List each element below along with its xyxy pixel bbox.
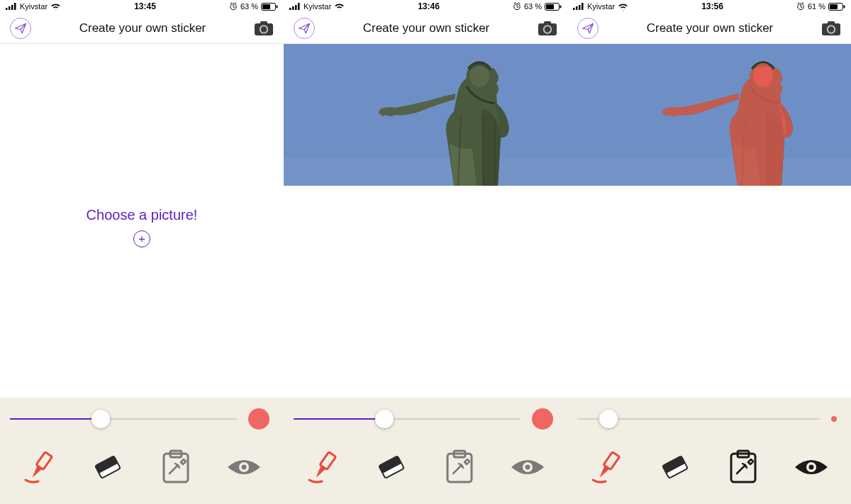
phone-screen: Kyivstar13:4563 %Create your own sticker…: [0, 0, 284, 504]
alarm-icon: [796, 2, 805, 11]
wifi-icon: [334, 3, 345, 11]
svg-point-19: [242, 465, 247, 470]
choose-picture-label: Choose a picture!: [0, 207, 284, 223]
carrier-label: Kyivstar: [304, 2, 331, 11]
clear-clipboard-button[interactable]: [722, 446, 764, 488]
svg-rect-3: [14, 3, 16, 10]
page-title: Create your own sticker: [647, 21, 774, 35]
marker-tool-button[interactable]: [18, 446, 61, 488]
add-picture-button[interactable]: ＋: [133, 230, 150, 247]
svg-rect-7: [277, 5, 278, 8]
battery-label: 63 %: [240, 2, 258, 11]
clock-label: 13:45: [134, 1, 156, 11]
loaded-image[interactable]: [567, 44, 851, 186]
preview-eye-button[interactable]: [790, 446, 833, 488]
svg-rect-32: [284, 157, 567, 186]
bottom-toolbar: [284, 398, 567, 504]
brush-size-slider[interactable]: [577, 410, 820, 428]
alarm-icon: [513, 2, 521, 11]
carrier-label: Kyivstar: [20, 2, 48, 11]
battery-icon: [828, 3, 845, 11]
svg-rect-29: [544, 21, 551, 25]
brush-size-slider[interactable]: [294, 410, 521, 428]
canvas-area[interactable]: [567, 44, 851, 398]
brush-preview-dot: [248, 408, 269, 430]
loaded-image[interactable]: [284, 44, 567, 186]
phone-screen: Kyivstar13:4663 %Create your own sticker: [284, 0, 567, 504]
camera-button[interactable]: [254, 21, 274, 36]
alarm-icon: [229, 2, 238, 11]
svg-rect-9: [260, 21, 267, 25]
svg-rect-20: [289, 8, 291, 10]
brush-size-slider[interactable]: [10, 410, 237, 428]
page-title: Create your own sticker: [79, 21, 206, 35]
battery-icon: [545, 3, 562, 11]
clear-clipboard-button[interactable]: [155, 446, 197, 488]
svg-rect-1: [9, 6, 11, 10]
bottom-toolbar: [567, 398, 851, 504]
wifi-icon: [618, 3, 628, 11]
svg-point-57: [753, 63, 773, 87]
eraser-tool-button[interactable]: [87, 446, 129, 488]
signal-icon: [573, 3, 584, 10]
svg-rect-23: [298, 3, 300, 10]
svg-rect-6: [262, 4, 270, 9]
svg-rect-2: [11, 5, 13, 10]
send-button[interactable]: [294, 18, 315, 39]
clear-clipboard-button[interactable]: [438, 446, 481, 488]
canvas-area[interactable]: Choose a picture!＋: [0, 44, 284, 398]
nav-bar: Create your own sticker: [0, 13, 284, 44]
eraser-tool-button[interactable]: [654, 446, 696, 488]
svg-point-66: [809, 465, 814, 470]
carrier-label: Kyivstar: [587, 2, 615, 11]
svg-rect-21: [292, 6, 294, 10]
signal-icon: [6, 3, 17, 10]
svg-rect-44: [576, 6, 578, 10]
plus-icon: ＋: [136, 233, 148, 245]
marker-tool-button[interactable]: [586, 446, 628, 488]
nav-bar: Create your own sticker: [284, 13, 567, 44]
svg-rect-43: [573, 8, 575, 10]
battery-icon: [261, 3, 278, 11]
svg-rect-52: [828, 21, 835, 25]
svg-rect-49: [830, 4, 838, 9]
svg-point-42: [525, 465, 530, 470]
clock-label: 13:46: [418, 1, 440, 11]
svg-rect-0: [6, 8, 8, 10]
svg-rect-46: [582, 3, 584, 10]
signal-icon: [289, 3, 301, 10]
status-bar: Kyivstar13:4663 %: [284, 0, 567, 13]
svg-rect-50: [844, 5, 845, 8]
page-title: Create your own sticker: [363, 21, 490, 35]
clock-label: 13:56: [701, 1, 723, 11]
preview-eye-button[interactable]: [506, 446, 549, 488]
camera-button[interactable]: [821, 21, 841, 36]
bottom-toolbar: [0, 398, 284, 504]
status-bar: Kyivstar13:4563 %: [0, 0, 284, 13]
battery-label: 63 %: [524, 2, 542, 11]
wifi-icon: [50, 3, 61, 11]
send-button[interactable]: [577, 18, 599, 39]
svg-rect-45: [579, 5, 581, 10]
status-bar: Kyivstar13:5661 %: [567, 0, 851, 13]
phone-screen: Kyivstar13:5661 %Create your own sticker: [567, 0, 851, 504]
canvas-area[interactable]: [284, 44, 567, 398]
brush-preview-dot: [831, 416, 837, 422]
svg-rect-22: [295, 5, 297, 10]
marker-tool-button[interactable]: [302, 446, 345, 488]
camera-button[interactable]: [538, 21, 557, 36]
nav-bar: Create your own sticker: [567, 13, 851, 44]
preview-eye-button[interactable]: [223, 446, 265, 488]
svg-rect-55: [567, 157, 851, 186]
svg-rect-26: [546, 4, 554, 9]
brush-preview-dot: [532, 408, 553, 430]
svg-rect-27: [560, 5, 562, 8]
battery-label: 61 %: [808, 2, 825, 11]
eraser-tool-button[interactable]: [370, 446, 413, 488]
send-button[interactable]: [10, 18, 31, 39]
